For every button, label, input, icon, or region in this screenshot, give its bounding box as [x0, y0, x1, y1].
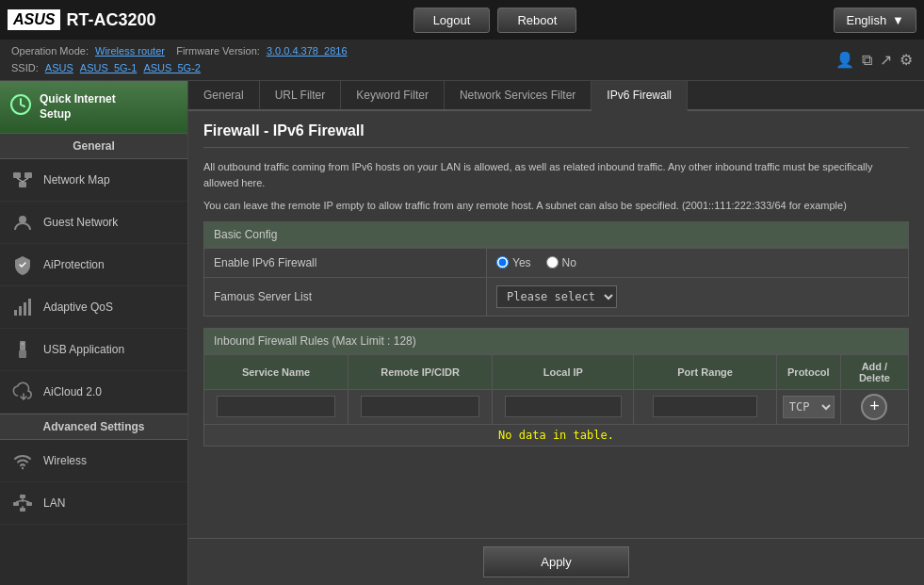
radio-yes-input[interactable] [496, 256, 509, 268]
sidebar-item-adaptive-qos[interactable]: Adaptive QoS [0, 286, 187, 329]
svg-rect-8 [19, 306, 22, 316]
aicloud-icon [11, 381, 34, 403]
quick-internet-icon [9, 93, 32, 121]
logout-button[interactable]: Logout [413, 8, 491, 33]
sidebar-advanced-header: Advanced Settings [0, 414, 187, 440]
sidebar-item-guest-network[interactable]: Guest Network [0, 202, 187, 244]
svg-rect-11 [20, 341, 25, 350]
sidebar-item-label: AiCloud 2.0 [43, 385, 102, 398]
port-range-input[interactable] [653, 396, 757, 417]
sidebar-item-label: Network Map [43, 173, 110, 187]
sidebar-item-label: AiProtection [43, 258, 105, 271]
service-name-input[interactable] [217, 396, 335, 417]
svg-rect-15 [20, 495, 25, 498]
operation-mode-link[interactable]: Wireless router [95, 45, 165, 57]
model-name: RT-AC3200 [66, 10, 155, 30]
quick-internet-label: Quick InternetSetup [40, 92, 116, 122]
top-bar: ASUS RT-AC3200 Logout Reboot English ▼ [0, 0, 924, 40]
sidebar-item-usb-application[interactable]: USB Application [0, 329, 187, 371]
operation-mode-label: Operation Mode: [11, 45, 89, 57]
apply-button[interactable]: Apply [483, 546, 629, 577]
main-content: General URL Filter Keyword Filter Networ… [188, 81, 924, 585]
protocol-select-wrapper: TCP UDP BOTH [783, 396, 835, 418]
tab-ipv6-firewall[interactable]: IPv6 Firewall [592, 81, 688, 111]
table-header-row: Service Name Remote IP/CIDR Local IP Por… [204, 354, 909, 389]
ssid3-link[interactable]: ASUS_5G-2 [143, 62, 201, 73]
asus-logo: ASUS [8, 9, 60, 30]
main-layout: Quick InternetSetup General Network Map [0, 81, 924, 585]
radio-yes-label[interactable]: Yes [496, 256, 531, 269]
info-bar: Operation Mode: Wireless router Firmware… [0, 40, 924, 81]
sidebar-item-label: Guest Network [43, 216, 118, 229]
port-range-cell [634, 389, 776, 424]
sidebar-item-label: Adaptive QoS [43, 301, 113, 314]
col-service-name: Service Name [204, 354, 349, 389]
brand-logo: ASUS RT-AC3200 [8, 9, 156, 30]
inbound-rules-header: Inbound Firewall Rules (Max Limit : 128) [203, 328, 909, 354]
share-icon: ↗ [880, 51, 892, 69]
sidebar-item-wireless[interactable]: Wireless [0, 440, 187, 482]
sidebar-item-label: LAN [43, 496, 65, 510]
add-delete-cell: + [840, 389, 908, 424]
svg-rect-1 [13, 172, 21, 178]
enable-ipv6-label: Enable IPv6 Firewall [204, 248, 487, 277]
sidebar-item-aiprotection[interactable]: AiProtection [0, 244, 187, 286]
description1: All outbound traffic coming from IPv6 ho… [203, 159, 909, 190]
svg-rect-12 [19, 350, 26, 358]
col-local-ip: Local IP [493, 354, 634, 389]
radio-yes-text: Yes [512, 256, 531, 269]
adaptive-qos-icon [11, 296, 34, 318]
add-rule-button[interactable]: + [861, 394, 887, 420]
svg-line-20 [16, 500, 23, 502]
info-left: Operation Mode: Wireless router Firmware… [11, 43, 348, 76]
famous-server-select[interactable]: Please select [496, 285, 617, 308]
sidebar-item-network-map[interactable]: Network Map [0, 159, 187, 202]
svg-rect-13 [22, 343, 24, 345]
table-input-row: TCP UDP BOTH + [204, 389, 909, 424]
radio-no-text: No [562, 256, 576, 269]
info-icons: 👤 ⧉ ↗ ⚙ [835, 51, 913, 69]
svg-point-6 [19, 216, 26, 223]
local-ip-cell [493, 389, 634, 424]
sidebar-item-aicloud[interactable]: AiCloud 2.0 [0, 371, 187, 414]
famous-server-value: Please select [487, 277, 909, 316]
svg-rect-18 [20, 508, 25, 512]
enable-ipv6-value: Yes No [487, 248, 909, 277]
quick-internet-setup[interactable]: Quick InternetSetup [0, 81, 187, 133]
svg-line-21 [23, 500, 29, 502]
firmware-link[interactable]: 3.0.0.4.378_2816 [267, 45, 348, 57]
tab-keyword-filter[interactable]: Keyword Filter [341, 81, 445, 109]
network-map-icon [11, 169, 34, 191]
svg-line-4 [17, 178, 23, 182]
reboot-button[interactable]: Reboot [497, 8, 576, 33]
col-port-range: Port Range [634, 354, 776, 389]
inbound-rules-table: Service Name Remote IP/CIDR Local IP Por… [203, 354, 909, 447]
svg-rect-17 [26, 502, 32, 506]
svg-point-14 [22, 467, 24, 469]
page-title: Firewall - IPv6 Firewall [203, 122, 909, 148]
bottom-bar: Apply [188, 538, 924, 585]
sidebar-item-lan[interactable]: LAN [0, 482, 187, 525]
remote-ip-input[interactable] [361, 396, 479, 417]
local-ip-input[interactable] [505, 396, 621, 417]
protocol-select[interactable]: TCP UDP BOTH [783, 396, 835, 418]
tab-url-filter[interactable]: URL Filter [260, 81, 342, 109]
enable-ipv6-row: Enable IPv6 Firewall Yes No [204, 248, 909, 277]
svg-rect-10 [28, 299, 31, 316]
col-add-delete: Add / Delete [840, 354, 908, 389]
ssid2-link[interactable]: ASUS_5G-1 [80, 62, 138, 73]
famous-server-label: Famous Server List [204, 277, 487, 316]
radio-no-input[interactable] [546, 256, 559, 268]
language-button[interactable]: English ▼ [834, 8, 916, 33]
radio-no-label[interactable]: No [546, 256, 576, 269]
col-protocol: Protocol [776, 354, 840, 389]
tab-network-services-filter[interactable]: Network Services Filter [445, 81, 592, 109]
service-name-cell [204, 389, 349, 424]
guest-network-icon [11, 211, 34, 234]
ssid1-link[interactable]: ASUS [45, 62, 73, 73]
tabs: General URL Filter Keyword Filter Networ… [188, 81, 924, 111]
tab-general[interactable]: General [188, 81, 260, 109]
clone-icon: ⧉ [862, 52, 872, 69]
firmware-label: Firmware Version: [176, 45, 260, 57]
lan-icon [11, 492, 34, 514]
